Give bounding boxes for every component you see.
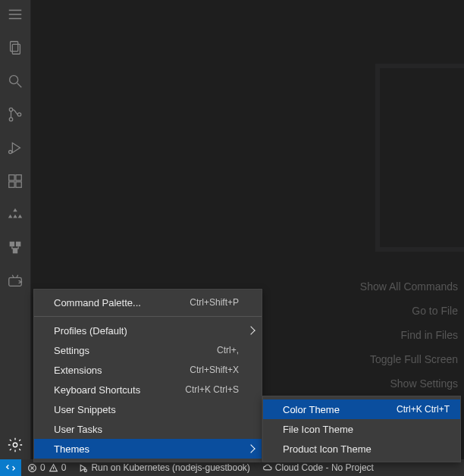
tip: Show Settings (360, 377, 458, 390)
menu-icon[interactable] (5, 5, 25, 24)
svg-point-2 (10, 76, 18, 84)
menu-item[interactable]: Profiles (Default) (34, 321, 262, 340)
search-icon[interactable] (5, 71, 25, 91)
menu-item[interactable]: Themes (34, 439, 262, 459)
menu-item-shortcut: Ctrl+K Ctrl+S (185, 384, 239, 395)
menu-item[interactable]: User Tasks (34, 419, 262, 439)
submenu-item-label: File Icon Theme (283, 424, 353, 435)
source-control-icon[interactable] (5, 105, 25, 124)
menu-item-label: Profiles (Default) (54, 325, 127, 337)
menu-item-label: User Snippets (54, 404, 116, 415)
svg-rect-7 (9, 175, 14, 180)
chevron-right-icon (246, 444, 255, 453)
menu-item-shortcut: Ctrl+Shift+P (190, 297, 239, 308)
warning-icon (49, 463, 58, 473)
run-debug-icon[interactable] (5, 138, 25, 158)
menu-item-label: Extensions (54, 365, 102, 376)
menu-item-label: Keyboard Shortcuts (54, 384, 140, 396)
svg-point-5 (17, 113, 20, 116)
menu-item[interactable]: ExtensionsCtrl+Shift+X (34, 360, 262, 380)
error-icon (27, 463, 37, 473)
submenu-item-shortcut: Ctrl+K Ctrl+T (397, 404, 450, 415)
gear-icon[interactable] (5, 435, 25, 455)
submenu-item-label: Color Theme (283, 404, 340, 415)
workbench: Show All Commands Go to File Find in Fil… (0, 0, 464, 459)
welcome-tips: Show All Commands Go to File Find in Fil… (360, 280, 458, 390)
svg-point-6 (9, 150, 12, 153)
menu-separator (34, 316, 262, 317)
debug-alt-icon (78, 463, 88, 473)
svg-rect-12 (16, 242, 20, 246)
svg-rect-13 (13, 249, 17, 253)
warning-count: 0 (61, 462, 67, 473)
svg-rect-0 (11, 42, 18, 52)
explorer-icon[interactable] (5, 38, 25, 58)
menu-item-label: Command Palette... (54, 297, 141, 308)
activity-bar (0, 0, 30, 459)
watermark-logo (375, 64, 464, 252)
svg-rect-11 (10, 242, 14, 246)
cloud-code-icon[interactable] (5, 205, 25, 224)
menu-item[interactable]: Keyboard ShortcutsCtrl+K Ctrl+S (34, 380, 262, 399)
gear-context-menu: Command Palette...Ctrl+Shift+PProfiles (… (33, 289, 262, 462)
menu-item-shortcut: Ctrl+, (217, 345, 239, 355)
menu-item-label: Themes (54, 443, 89, 455)
tip: Show All Commands (360, 280, 458, 293)
extensions-icon[interactable] (5, 171, 25, 191)
error-count: 0 (40, 462, 45, 473)
submenu-item[interactable]: Color ThemeCtrl+K Ctrl+T (263, 399, 460, 419)
menu-item-shortcut: Ctrl+Shift+X (190, 365, 239, 375)
submenu-item[interactable]: File Icon Theme (263, 419, 460, 439)
svg-point-4 (9, 117, 12, 121)
tip: Go to File (360, 305, 458, 317)
submenu-item[interactable]: Product Icon Theme (263, 439, 460, 459)
svg-point-15 (13, 443, 17, 447)
menu-item[interactable]: User Snippets (34, 399, 262, 419)
copilot-icon[interactable] (5, 271, 25, 291)
run-label: Run on Kubernetes (nodejs-guestbook) (91, 462, 249, 473)
remote-indicator[interactable] (0, 459, 21, 476)
cloud-label: Cloud Code - No Project (275, 462, 374, 473)
svg-point-17 (85, 469, 87, 471)
cloud-icon (262, 463, 272, 473)
menu-item[interactable]: SettingsCtrl+, (34, 340, 262, 360)
menu-item-label: Settings (54, 345, 89, 356)
menu-item[interactable]: Command Palette...Ctrl+Shift+P (34, 293, 262, 312)
svg-rect-9 (9, 182, 14, 187)
themes-submenu: Color ThemeCtrl+K Ctrl+TFile Icon ThemeP… (262, 396, 461, 462)
svg-rect-8 (16, 175, 21, 180)
chevron-right-icon (246, 326, 255, 334)
kubernetes-icon[interactable] (5, 238, 25, 258)
svg-rect-1 (12, 44, 20, 54)
tip: Find in Files (360, 329, 458, 341)
submenu-item-label: Product Icon Theme (283, 443, 372, 455)
tip: Toggle Full Screen (360, 353, 458, 365)
svg-point-3 (9, 108, 12, 111)
svg-rect-10 (16, 182, 21, 187)
menu-item-label: User Tasks (54, 424, 102, 435)
svg-rect-14 (9, 277, 22, 286)
